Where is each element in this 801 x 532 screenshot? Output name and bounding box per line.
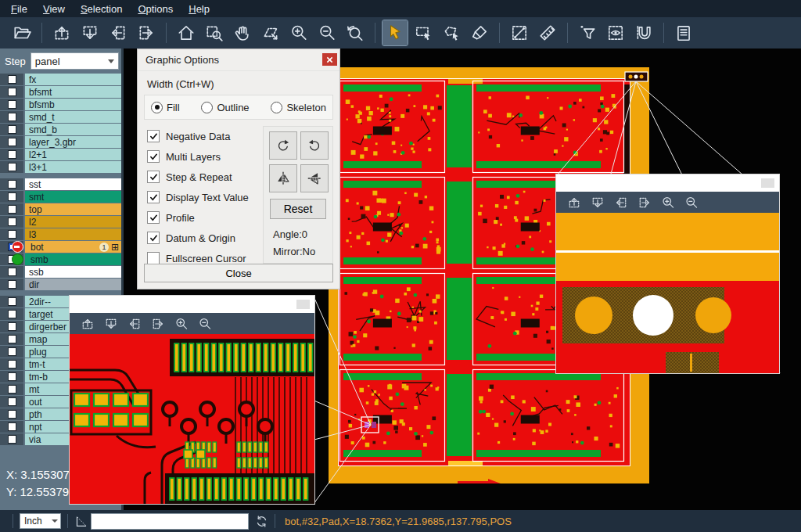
radio-skeleton[interactable]: Skeleton xyxy=(271,102,326,113)
layer-checkbox[interactable] xyxy=(8,310,16,318)
layer-name[interactable]: top xyxy=(25,203,121,215)
tool-clean[interactable] xyxy=(467,20,492,45)
rotate-cw-button[interactable] xyxy=(269,131,297,160)
layer-checkbox[interactable] xyxy=(8,217,16,226)
tool-pan-right[interactable] xyxy=(134,20,159,45)
menu-item-file[interactable]: File xyxy=(3,2,35,16)
tool-open-folder[interactable] xyxy=(9,20,34,45)
tool-pan-down[interactable] xyxy=(77,20,102,45)
tool-home[interactable] xyxy=(174,20,199,45)
tool-drag-view[interactable] xyxy=(258,20,283,45)
menu-item-selection[interactable]: Selection xyxy=(73,2,130,16)
layer-name[interactable]: ssb xyxy=(25,266,121,278)
layer-row-fx[interactable]: fx xyxy=(0,74,121,85)
tool-select[interactable] xyxy=(383,20,408,45)
layer-row-smd_b[interactable]: smd_b xyxy=(0,124,121,135)
layer-checkbox[interactable] xyxy=(8,410,16,419)
tool-zoom-out[interactable] xyxy=(314,20,339,45)
layer-name[interactable]: l3 xyxy=(25,228,121,240)
layer-name[interactable]: l2 xyxy=(25,216,121,228)
tool-pan-up[interactable] xyxy=(49,20,74,45)
unit-combobox[interactable]: Inch xyxy=(20,513,61,529)
angle-measure-icon[interactable] xyxy=(74,515,88,528)
tool-select-rect[interactable] xyxy=(411,20,436,45)
tool-pan-up[interactable] xyxy=(565,193,584,212)
layer-row-smb[interactable]: smb xyxy=(0,253,121,265)
layer-name[interactable]: bfsmb xyxy=(25,99,121,110)
tool-ruler[interactable] xyxy=(535,20,560,45)
menu-item-view[interactable]: View xyxy=(35,2,73,16)
layer-checkbox[interactable] xyxy=(8,397,16,406)
layer-name[interactable]: smb xyxy=(25,253,121,265)
layer-row-ssb[interactable]: ssb xyxy=(0,266,121,278)
tool-report[interactable] xyxy=(671,20,696,45)
menu-item-help[interactable]: Help xyxy=(181,2,217,16)
preview-window-2-titlebar[interactable] xyxy=(556,174,779,192)
tool-zoom-out[interactable] xyxy=(196,315,214,333)
tool-pan-left[interactable] xyxy=(612,193,630,212)
reset-button[interactable]: Reset xyxy=(270,199,326,219)
layer-checkbox[interactable] xyxy=(8,422,16,431)
layer-checkbox[interactable] xyxy=(8,75,16,84)
layer-checkbox[interactable] xyxy=(8,125,16,134)
mirror-h-button[interactable] xyxy=(300,164,329,192)
grid-icon[interactable]: ⊞ xyxy=(111,243,119,252)
layer-row-top[interactable]: top xyxy=(0,203,121,215)
tool-zoom-in[interactable] xyxy=(286,20,311,45)
layer-checkbox[interactable] xyxy=(8,138,16,146)
tool-zoom-in[interactable] xyxy=(659,193,677,212)
layer-checkbox[interactable] xyxy=(8,113,16,121)
tool-pan-down[interactable] xyxy=(102,315,120,333)
layer-checkbox[interactable] xyxy=(8,335,16,343)
tool-zoom-window[interactable] xyxy=(202,20,227,45)
layer-row-sst[interactable]: sst xyxy=(0,178,121,190)
menu-item-options[interactable]: Options xyxy=(130,2,181,16)
refresh-icon[interactable] xyxy=(255,515,268,528)
layer-checkbox[interactable] xyxy=(8,372,16,381)
preview-window-1-content[interactable] xyxy=(70,334,314,504)
layer-row-l2+1[interactable]: l2+1 xyxy=(0,149,121,160)
layer-checkbox[interactable] xyxy=(8,163,16,171)
radio-fill[interactable]: Fill xyxy=(151,102,180,113)
layer-row-bfsmt[interactable]: bfsmt xyxy=(0,86,121,98)
layer-name[interactable]: l3+1 xyxy=(25,161,121,173)
preview-window-2-content[interactable] xyxy=(556,213,779,373)
command-input[interactable] xyxy=(91,513,249,530)
layer-row-bot[interactable]: bot1⊞ xyxy=(0,241,121,253)
layer-checkbox[interactable] xyxy=(8,347,16,356)
layer-name[interactable]: layer_3.gbr xyxy=(25,136,121,148)
tool-pan-up[interactable] xyxy=(78,315,97,333)
layer-checkbox[interactable] xyxy=(8,205,16,214)
step-combobox[interactable]: panel xyxy=(31,52,119,70)
layer-row-smd_t[interactable]: smd_t xyxy=(0,111,121,123)
layer-row-layer_3.gbr[interactable]: layer_3.gbr xyxy=(0,136,121,148)
tool-pan-right[interactable] xyxy=(149,315,167,333)
layer-checkbox[interactable] xyxy=(8,385,16,394)
layer-checkbox[interactable] xyxy=(8,230,16,239)
layer-checkbox[interactable] xyxy=(8,435,16,444)
tool-select-poly[interactable] xyxy=(439,20,464,45)
layer-row-l2[interactable]: l2 xyxy=(0,216,121,228)
tool-zoom-out[interactable] xyxy=(682,193,701,212)
layer-row-l3+1[interactable]: l3+1 xyxy=(0,161,121,173)
tool-view-visibility[interactable] xyxy=(603,20,628,45)
close-icon[interactable] xyxy=(322,53,337,66)
layer-name[interactable]: bfsmt xyxy=(25,86,121,98)
tool-zoom-previous[interactable] xyxy=(343,20,368,45)
layer-row-dir[interactable]: dir xyxy=(0,279,121,290)
layer-name[interactable]: fx xyxy=(25,74,121,85)
layer-name[interactable]: smt xyxy=(25,191,121,203)
layer-checkbox[interactable] xyxy=(8,180,16,189)
mirror-v-button[interactable] xyxy=(269,164,297,192)
layer-name[interactable]: smd_b xyxy=(25,124,121,135)
layer-checkbox[interactable] xyxy=(8,268,16,276)
tool-pan-left[interactable] xyxy=(106,20,131,45)
close-button[interactable]: Close xyxy=(144,264,333,282)
layer-checkbox[interactable] xyxy=(8,360,16,368)
layer-checkbox[interactable] xyxy=(8,297,16,306)
tool-pan-left[interactable] xyxy=(125,315,144,333)
radio-outline[interactable]: Outline xyxy=(201,102,249,113)
layer-row-l3[interactable]: l3 xyxy=(0,228,121,240)
rotate-ccw-button[interactable] xyxy=(300,131,329,160)
tool-filter[interactable] xyxy=(575,20,600,45)
